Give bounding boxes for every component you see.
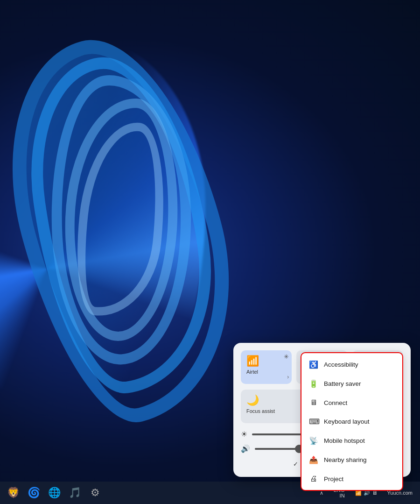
- wifi-label: Airtel: [246, 369, 258, 375]
- quick-settings-dropdown: ♿ Accessibility 🔋 Battery saver 🖥 Connec…: [301, 352, 403, 491]
- taskbar-edge-icon[interactable]: 🌀: [24, 483, 43, 502]
- dropdown-item-battery[interactable]: 🔋 Battery saver: [301, 374, 402, 393]
- quick-settings-panel: ✳ 📶 Airtel › ✳ ✶ Bluetooth ✳ ✈ Airplane …: [233, 343, 411, 477]
- wifi-icon: 📶: [246, 355, 259, 367]
- dropdown-item-nearby[interactable]: 📤 Nearby sharing: [301, 450, 402, 469]
- taskbar-app-icons: 🦁 🌀 🌐 🎵 ⚙: [4, 483, 105, 502]
- taskbar-spotify-icon[interactable]: 🎵: [65, 483, 84, 502]
- volume-icon: 🔊: [241, 444, 250, 453]
- focus-label: Focus assist: [246, 408, 275, 414]
- dropdown-item-keyboard[interactable]: ⌨ Keyboard layout: [301, 412, 402, 431]
- keyboard-layout-icon: ⌨: [309, 417, 318, 426]
- wifi-arrow-icon: ›: [287, 374, 289, 380]
- accessibility-icon: ♿: [309, 360, 318, 369]
- connect-label: Connect: [324, 399, 347, 406]
- project-icon: 🖨: [309, 475, 318, 483]
- battery-saver-label: Battery saver: [324, 380, 361, 387]
- taskbar-settings-icon[interactable]: ⚙: [86, 483, 105, 502]
- dropdown-item-project[interactable]: 🖨 Project: [301, 469, 402, 488]
- nearby-sharing-label: Nearby sharing: [324, 456, 367, 463]
- accessibility-label: Accessibility: [324, 361, 358, 368]
- taskbar-brave-icon[interactable]: 🦁: [4, 483, 22, 502]
- taskbar-chrome-icon[interactable]: 🌐: [45, 483, 63, 502]
- dropdown-item-accessibility[interactable]: ♿ Accessibility: [301, 355, 402, 374]
- mobile-hotspot-label: Mobile hotspot: [324, 437, 365, 444]
- focus-icon: 🌙: [246, 394, 259, 406]
- wifi-toggle[interactable]: ✳ 📶 Airtel ›: [241, 350, 292, 384]
- volume-fill: [255, 448, 299, 450]
- project-label: Project: [324, 476, 343, 483]
- nearby-sharing-icon: 📤: [309, 455, 318, 464]
- dropdown-item-hotspot[interactable]: 📡 Mobile hotspot: [301, 431, 402, 450]
- wallpaper-swirl: [19, 28, 243, 439]
- battery-saver-icon: 🔋: [309, 379, 318, 388]
- mobile-hotspot-icon: 📡: [309, 436, 318, 445]
- wifi-settings-icon: ✳: [284, 353, 289, 360]
- dropdown-item-connect[interactable]: 🖥 Connect: [301, 393, 402, 412]
- keyboard-layout-label: Keyboard layout: [324, 418, 370, 425]
- brightness-icon: ☀: [241, 430, 247, 439]
- connect-icon: 🖥: [309, 398, 318, 407]
- done-icon: ✓: [293, 461, 298, 468]
